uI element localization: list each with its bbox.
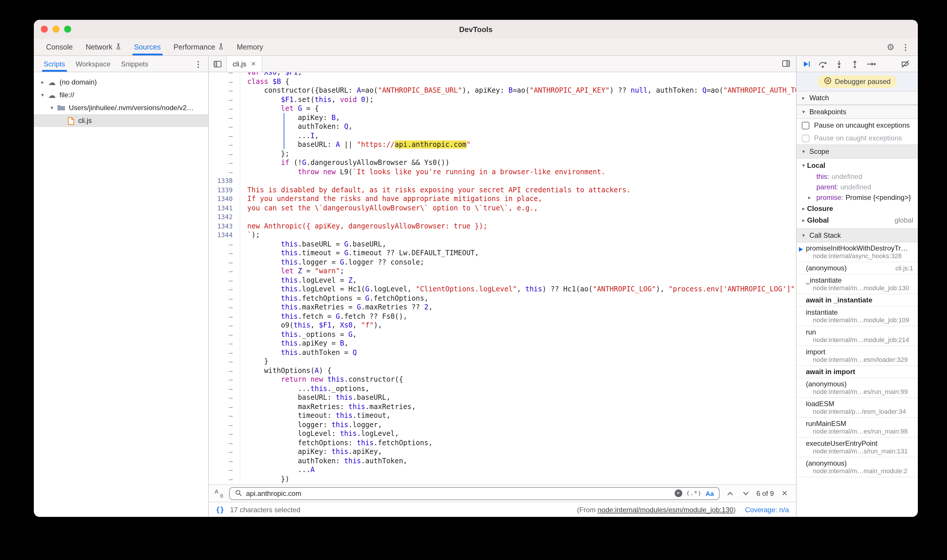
code-text[interactable]: new Anthropic({ apiKey, dangerouslyAllow… [240, 222, 487, 231]
scope-variable-this[interactable]: this:undefined [797, 171, 918, 182]
navigator-tab-workspace[interactable]: Workspace [70, 56, 116, 72]
code-text[interactable]: $F1.set(this, void 0); [240, 95, 374, 104]
more-options-icon[interactable]: ⋮ [902, 43, 910, 51]
code-text[interactable]: authToken: Q, [240, 122, 353, 131]
pretty-print-icon[interactable]: {} [216, 506, 224, 514]
code-text[interactable]: o9(this, $F1, Xs0, "f"), [240, 321, 382, 330]
gutter-line-number[interactable]: – [209, 321, 240, 330]
resume-execution-icon[interactable] [802, 60, 811, 68]
code-text[interactable]: if (!G.dangerouslyAllowBrowser && Ys0()) [240, 158, 450, 168]
gutter-line-number[interactable]: 1342 [209, 213, 240, 222]
close-tab-icon[interactable]: ✕ [251, 61, 256, 67]
call-stack-frame[interactable]: (anonymous)cli.js:1 [797, 262, 918, 274]
code-text[interactable] [240, 177, 247, 186]
code-text[interactable]: constructor({baseURL: A=ao("ANTHROPIC_BA… [240, 86, 796, 95]
gutter-line-number[interactable]: – [209, 267, 240, 276]
clear-search-icon[interactable]: ✕ [674, 489, 682, 497]
code-text[interactable]: this.logLevel = Hc1(G.logLevel, "ClientO… [240, 285, 796, 294]
code-text[interactable]: you can set the \`dangerouslyAllowBrowse… [240, 204, 538, 213]
tree-item-cli-js[interactable]: cli.js [34, 114, 208, 127]
chevron-right-icon[interactable]: ▸ [39, 79, 47, 85]
minimize-window-button[interactable] [52, 26, 60, 32]
gutter-line-number[interactable]: – [209, 357, 240, 366]
code-text[interactable]: `); [240, 231, 260, 240]
gutter-line-number[interactable]: – [209, 475, 240, 484]
call-stack-frame[interactable]: importnode:internal/m…esm/loader:329 [797, 346, 918, 366]
code-text[interactable]: var Xs0, $F1; [240, 72, 302, 77]
chevron-down-icon[interactable]: ▾ [39, 92, 47, 98]
tree-item-users-jinhuilee-nvm-versions-node-v2-[interactable]: ▾Users/jinhuilee/.nvm/versions/node/v2… [34, 102, 208, 114]
code-text[interactable]: apiKey: B, [240, 113, 340, 122]
code-text[interactable]: apiKey: this.apiKey, [240, 448, 382, 457]
call-stack-frame[interactable]: (anonymous)node:internal/m…main_module:2 [797, 457, 918, 477]
code-text[interactable]: logLevel: this.logLevel, [240, 429, 399, 438]
gutter-line-number[interactable]: 1340 [209, 195, 240, 204]
previous-match-icon[interactable] [725, 488, 735, 498]
gutter-line-number[interactable]: 1343 [209, 222, 240, 231]
gutter-line-number[interactable]: – [209, 95, 240, 104]
match-case-toggle[interactable]: Aa [706, 490, 714, 497]
gutter-line-number[interactable]: – [209, 276, 240, 285]
gutter-line-number[interactable]: 1341 [209, 204, 240, 213]
gutter-line-number[interactable]: 1339 [209, 186, 240, 195]
step-into-icon[interactable] [835, 60, 843, 68]
tree-item--no-domain-[interactable]: ▸☁(no domain) [34, 76, 208, 89]
gutter-line-number[interactable]: – [209, 303, 240, 312]
step-out-icon[interactable] [851, 60, 859, 68]
call-stack-frame[interactable]: runnode:internal/m…module_job:214 [797, 326, 918, 346]
code-text[interactable]: fetchOptions: this.fetchOptions, [240, 438, 433, 448]
settings-gear-icon[interactable]: ⚙ [887, 43, 895, 51]
code-text[interactable]: baseURL: this.baseURL, [240, 393, 390, 402]
code-text[interactable]: If you understand the risks and have app… [240, 195, 542, 204]
module-job-link[interactable]: node:internal/modules/esm/module_job:130 [598, 506, 734, 514]
gutter-line-number[interactable]: – [209, 393, 240, 402]
toggle-navigator-icon[interactable] [209, 56, 226, 72]
gutter-line-number[interactable]: – [209, 348, 240, 357]
code-text[interactable] [240, 213, 247, 222]
panel-tab-memory[interactable]: Memory [230, 38, 269, 55]
section-scope[interactable]: ▾ Scope [797, 145, 918, 158]
panel-tab-network[interactable]: Network [79, 38, 128, 55]
gutter-line-number[interactable]: – [209, 384, 240, 393]
code-editor[interactable]: –var Xs0, $F1;–class $B {– constructor({… [209, 72, 796, 484]
code-text[interactable]: this.baseURL = G.baseURL, [240, 240, 386, 249]
gutter-line-number[interactable]: – [209, 457, 240, 466]
gutter-line-number[interactable]: – [209, 330, 240, 339]
call-stack-frame[interactable]: instantiatenode:internal/m…module_job:10… [797, 306, 918, 326]
gutter-line-number[interactable]: – [209, 448, 240, 457]
gutter-line-number[interactable]: – [209, 113, 240, 122]
gutter-line-number[interactable]: 1338 [209, 177, 240, 186]
code-text[interactable]: maxRetries: this.maxRetries, [240, 402, 416, 411]
scope-section-closure[interactable]: ▸Closure [797, 203, 918, 214]
code-text[interactable]: This is disabled by default, as it risks… [240, 186, 631, 195]
code-text[interactable]: ...I, [240, 131, 319, 140]
scope-section-global[interactable]: ▸Globalglobal [797, 214, 918, 226]
call-stack-frame[interactable]: (anonymous)node:internal/m…es/run_main:9… [797, 378, 918, 398]
code-text[interactable]: throw new L9(`It looks like you're runni… [240, 168, 605, 177]
toggle-debugger-sidebar-icon[interactable] [782, 58, 790, 69]
code-text[interactable]: } [240, 357, 268, 366]
gutter-line-number[interactable]: – [209, 285, 240, 294]
gutter-line-number[interactable]: – [209, 438, 240, 448]
gutter-line-number[interactable]: – [209, 484, 240, 484]
tree-item-file-[interactable]: ▾☁file:// [34, 89, 208, 102]
navigator-tab-snippets[interactable]: Snippets [116, 56, 153, 72]
gutter-line-number[interactable]: – [209, 258, 240, 267]
gutter-line-number[interactable]: – [209, 72, 240, 77]
gutter-line-number[interactable]: – [209, 149, 240, 158]
call-stack-frame[interactable]: executeUserEntryPointnode:internal/m…s/r… [797, 438, 918, 457]
gutter-line-number[interactable]: – [209, 240, 240, 249]
code-text[interactable]: this.fetch = G.fetch ?? Fs0(), [240, 312, 407, 321]
editor-tab-clijs[interactable]: cli.js ✕ [226, 56, 262, 72]
code-text[interactable]: this.logLevel = Z, [240, 276, 357, 285]
gutter-line-number[interactable]: – [209, 402, 240, 411]
code-text[interactable]: this.authToken = Q [240, 348, 357, 357]
panel-tab-sources[interactable]: Sources [127, 38, 167, 55]
close-find-bar-icon[interactable]: ✕ [779, 489, 790, 498]
next-match-icon[interactable] [740, 488, 751, 498]
panel-tab-console[interactable]: Console [40, 38, 79, 55]
code-text[interactable]: this.timeout = G.timeout ?? Lw.DEFAULT_T… [240, 249, 479, 258]
gutter-line-number[interactable]: – [209, 411, 240, 420]
code-text[interactable]: ...A [240, 466, 315, 475]
deactivate-breakpoints-icon[interactable] [901, 60, 912, 68]
